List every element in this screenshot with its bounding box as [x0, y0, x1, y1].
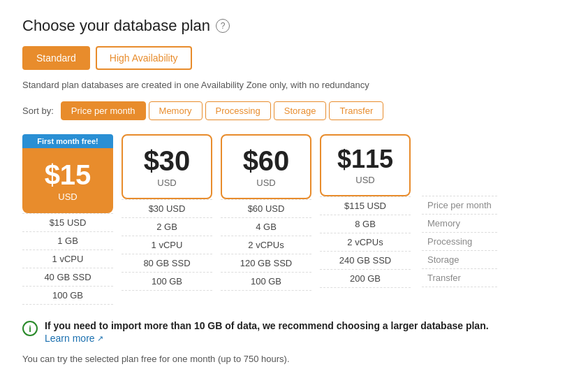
- plan-card-60[interactable]: $60 USD: [221, 134, 311, 199]
- sort-transfer[interactable]: Transfer: [329, 101, 383, 120]
- sort-row: Sort by: Price per month Memory Processi…: [22, 101, 566, 120]
- plan-card-115[interactable]: $115 USD: [320, 134, 411, 196]
- plan-card-wrapper-115: $115 USD $115 USD 8 GB 2 vCPUs 240 GB SS…: [320, 134, 411, 288]
- tab-high-availability[interactable]: High Availability: [96, 46, 192, 70]
- sort-options: Price per month Memory Processing Storag…: [61, 101, 384, 120]
- plan-card-wrapper-15: First month free! $15 USD $15 USD 1 GB 1…: [22, 134, 113, 305]
- sort-price[interactable]: Price per month: [61, 101, 146, 120]
- plan-card-wrapper-30: $30 USD $30 USD 2 GB 1 vCPU 80 GB SSD 10…: [122, 134, 212, 291]
- plan-currency-15: USD: [35, 192, 101, 202]
- plan-price-15: $15: [35, 159, 101, 190]
- plan-card-15[interactable]: $15 USD: [22, 148, 113, 213]
- info-content: If you need to import more than 10 GB of…: [45, 320, 489, 344]
- learn-more-link[interactable]: Learn more ↗: [45, 333, 103, 344]
- info-message: If you need to import more than 10 GB of…: [45, 320, 489, 331]
- plan-card-wrapper-60: $60 USD $60 USD 4 GB 2 vCPUs 120 GB SSD …: [221, 134, 311, 291]
- plan-price-30: $30: [134, 145, 200, 176]
- plans-section: First month free! $15 USD $15 USD 1 GB 1…: [22, 134, 566, 305]
- tab-standard[interactable]: Standard: [22, 46, 90, 70]
- sort-memory[interactable]: Memory: [149, 101, 203, 120]
- plan-description: Standard plan databases are created in o…: [22, 80, 566, 90]
- specs-col-60: $60 USD 4 GB 2 vCPUs 120 GB SSD 100 GB: [221, 199, 311, 291]
- plan-card-30[interactable]: $30 USD: [122, 134, 212, 199]
- sort-processing[interactable]: Processing: [205, 101, 271, 120]
- plan-currency-60: USD: [233, 178, 299, 188]
- plan-currency-30: USD: [134, 178, 200, 188]
- plan-currency-115: USD: [332, 175, 398, 185]
- spec-labels-col: Price per month Memory Processing Storag…: [422, 134, 497, 287]
- plan-price-60: $60: [233, 145, 299, 176]
- sort-label: Sort by:: [22, 106, 54, 116]
- plan-price-115: $115: [332, 145, 398, 173]
- external-link-icon: ↗: [97, 334, 103, 343]
- plan-tabs: Standard High Availability: [22, 46, 566, 70]
- help-icon[interactable]: ?: [216, 19, 230, 33]
- info-icon: i: [22, 321, 38, 336]
- footer-text: You can try the selected plan free for o…: [22, 354, 566, 364]
- specs-col-15: $15 USD 1 GB 1 vCPU 40 GB SSD 100 GB: [22, 213, 113, 305]
- specs-col-30: $30 USD 2 GB 1 vCPU 80 GB SSD 100 GB: [122, 199, 212, 291]
- page-title: Choose your database plan: [22, 17, 210, 35]
- specs-col-115: $115 USD 8 GB 2 vCPUs 240 GB SSD 200 GB: [320, 196, 411, 288]
- first-month-badge: First month free!: [22, 134, 113, 148]
- sort-storage[interactable]: Storage: [274, 101, 327, 120]
- info-box: i If you need to import more than 10 GB …: [22, 320, 566, 344]
